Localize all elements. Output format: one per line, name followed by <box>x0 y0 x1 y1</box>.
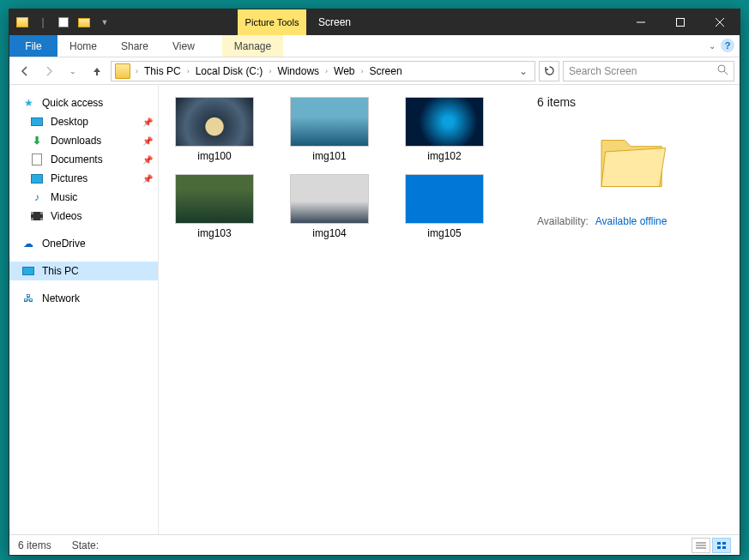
sidebar-item-music[interactable]: ♪ Music <box>9 188 158 207</box>
sidebar-item-network[interactable]: 🖧 Network <box>9 289 158 308</box>
chevron-right-icon[interactable]: › <box>323 67 329 75</box>
file-name: img101 <box>312 150 346 162</box>
folder-large-icon <box>594 121 671 198</box>
file-name: img103 <box>197 227 231 239</box>
computer-icon <box>21 264 35 278</box>
file-item[interactable]: img104 <box>282 174 377 239</box>
thumbnail-icon <box>290 174 369 224</box>
properties-icon[interactable] <box>54 13 73 32</box>
file-item[interactable]: img101 <box>282 97 377 162</box>
maximize-button[interactable] <box>661 9 700 35</box>
file-name: img105 <box>427 227 461 239</box>
breadcrumb-segment[interactable]: Local Disk (C:) <box>193 65 266 77</box>
sidebar-item-videos[interactable]: Videos <box>9 207 158 226</box>
svg-rect-9 <box>717 542 721 545</box>
breadcrumb-segment[interactable]: This PC <box>142 65 184 77</box>
minimize-button[interactable] <box>621 9 661 35</box>
svg-line-5 <box>724 71 728 75</box>
window-controls <box>621 9 740 35</box>
tab-share[interactable]: Share <box>109 35 160 57</box>
pin-icon: 📌 <box>142 117 153 127</box>
svg-rect-12 <box>722 546 726 549</box>
folder-icon <box>13 13 32 32</box>
thumbnails-view-button[interactable] <box>712 538 731 553</box>
explorer-window: | ▼ Picture Tools Screen File Home Sh <box>9 9 740 556</box>
status-bar: 6 items State: <box>9 534 740 555</box>
availability-label: Availability: <box>537 215 589 227</box>
file-item[interactable]: img102 <box>397 97 492 162</box>
file-item[interactable]: img105 <box>397 174 492 239</box>
details-view-button[interactable] <box>692 538 710 553</box>
sidebar-item-desktop[interactable]: Desktop 📌 <box>9 112 158 131</box>
file-tab[interactable]: File <box>9 35 57 57</box>
file-item[interactable]: img103 <box>167 174 262 239</box>
file-name: img104 <box>312 227 346 239</box>
svg-rect-10 <box>722 542 726 545</box>
search-input[interactable]: Search Screen <box>563 61 734 81</box>
pin-icon: 📌 <box>142 155 153 165</box>
pin-icon: 📌 <box>142 174 153 184</box>
search-placeholder: Search Screen <box>569 65 717 77</box>
breadcrumb-segment[interactable]: Web <box>331 65 357 77</box>
tab-home[interactable]: Home <box>57 35 109 57</box>
breadcrumb-dropdown-icon[interactable]: ⌄ <box>514 65 533 77</box>
sidebar-item-pictures[interactable]: Pictures 📌 <box>9 169 158 188</box>
back-button[interactable] <box>15 61 35 81</box>
sidebar-item-quick-access[interactable]: ★ Quick access <box>9 93 158 112</box>
thumbnail-icon <box>175 97 254 147</box>
thumbnail-icon <box>405 97 484 147</box>
forward-button <box>39 61 59 81</box>
tab-manage[interactable]: Manage <box>222 35 283 57</box>
window-title: Screen <box>306 9 621 35</box>
ribbon-tabs: File Home Share View Manage ⌄ ? <box>9 35 740 57</box>
sidebar-item-this-pc[interactable]: This PC <box>9 262 158 280</box>
status-state-label: State: <box>72 539 99 551</box>
network-icon: 🖧 <box>21 292 35 305</box>
quick-access-toolbar: | ▼ <box>9 9 118 35</box>
star-icon: ★ <box>21 96 35 110</box>
desktop-icon <box>30 115 44 129</box>
up-button[interactable] <box>87 61 107 81</box>
file-item[interactable]: img100 <box>167 97 262 162</box>
sidebar-item-documents[interactable]: Documents 📌 <box>9 150 158 169</box>
pictures-icon <box>30 172 44 185</box>
titlebar[interactable]: | ▼ Picture Tools Screen <box>9 9 740 35</box>
documents-icon <box>30 153 44 166</box>
navigation-pane: ★ Quick access Desktop 📌 ⬇ Downloads 📌 D… <box>9 85 159 534</box>
help-icon[interactable]: ? <box>721 39 734 52</box>
expand-ribbon-icon[interactable]: ⌄ <box>709 41 716 51</box>
file-name: img100 <box>197 150 231 162</box>
items-view[interactable]: img100 img101 img102 img103 img104 img10… <box>159 85 525 534</box>
music-icon: ♪ <box>30 190 44 204</box>
close-button[interactable] <box>700 9 740 35</box>
qat-customize-icon[interactable]: ▼ <box>95 13 114 32</box>
chevron-right-icon[interactable]: › <box>267 67 273 75</box>
sidebar-item-onedrive[interactable]: ☁ OneDrive <box>9 234 158 253</box>
breadcrumb[interactable]: › This PC › Local Disk (C:) › Windows › … <box>111 61 535 81</box>
refresh-button[interactable] <box>539 61 559 81</box>
availability-value: Available offline <box>595 215 667 227</box>
details-heading: 6 items <box>537 95 728 109</box>
downloads-icon: ⬇ <box>30 134 44 148</box>
breadcrumb-segment[interactable]: Screen <box>367 65 405 77</box>
qat-divider: | <box>33 13 52 32</box>
address-bar: ⌄ › This PC › Local Disk (C:) › Windows … <box>9 57 740 85</box>
cloud-icon: ☁ <box>21 237 35 250</box>
pin-icon: 📌 <box>142 136 153 146</box>
svg-rect-11 <box>717 546 721 549</box>
recent-locations-icon[interactable]: ⌄ <box>63 61 83 81</box>
chevron-right-icon[interactable]: › <box>185 67 191 75</box>
svg-rect-1 <box>677 19 685 27</box>
new-folder-icon[interactable] <box>75 13 94 32</box>
thumbnail-icon <box>290 97 369 147</box>
chevron-right-icon[interactable]: › <box>359 67 365 75</box>
breadcrumb-segment[interactable]: Windows <box>275 65 322 77</box>
sidebar-item-downloads[interactable]: ⬇ Downloads 📌 <box>9 131 158 150</box>
search-icon <box>717 64 728 78</box>
contextual-tab-label: Picture Tools <box>238 9 306 35</box>
file-name: img102 <box>427 150 461 162</box>
thumbnail-icon <box>405 174 484 224</box>
tab-view[interactable]: View <box>160 35 207 57</box>
thumbnail-icon <box>175 174 254 224</box>
chevron-right-icon[interactable]: › <box>134 67 140 75</box>
